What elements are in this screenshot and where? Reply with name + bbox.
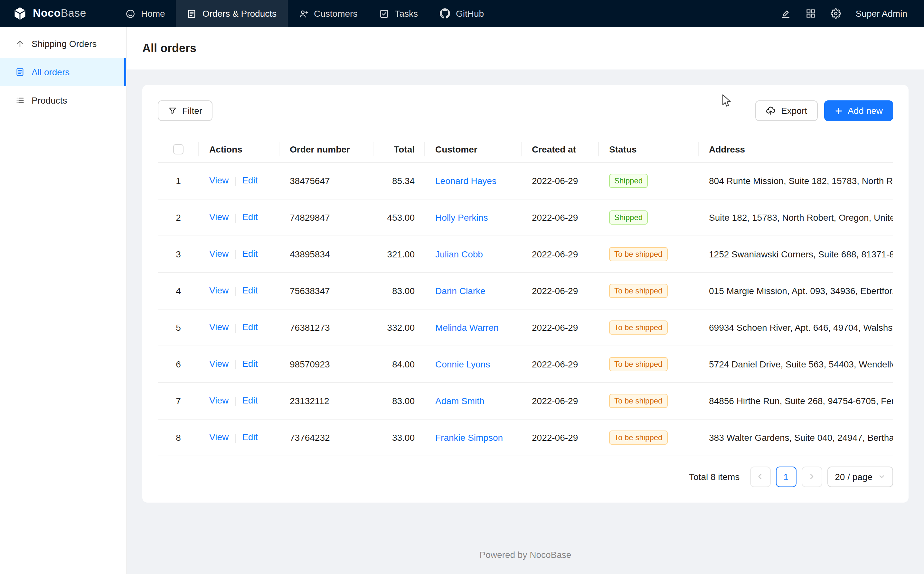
column-header-actions: Actions: [199, 136, 280, 162]
view-link[interactable]: View: [209, 175, 229, 186]
view-link[interactable]: View: [209, 396, 229, 406]
total-cell: 83.00: [373, 382, 425, 419]
total-cell: 83.00: [373, 272, 425, 309]
user-menu[interactable]: Super Admin: [856, 8, 907, 19]
nav-item-customers[interactable]: Customers: [287, 0, 368, 27]
logo[interactable]: NocoBase: [0, 0, 115, 27]
customer-cell: Holly Perkins: [425, 199, 521, 235]
chevron-left-icon: [757, 473, 764, 480]
total-cell: 453.00: [373, 199, 425, 235]
filter-icon: [168, 106, 177, 115]
page-size-value: 20 / page: [835, 472, 872, 482]
export-button[interactable]: Export: [755, 100, 817, 121]
customer-link[interactable]: Melinda Warren: [435, 322, 499, 333]
edit-link[interactable]: Edit: [242, 322, 257, 333]
total-cell: 84.00: [373, 345, 425, 382]
nav-item-label: Home: [141, 8, 165, 19]
nav-item-orders-products[interactable]: Orders & Products: [176, 0, 287, 27]
action-divider: [235, 434, 236, 442]
customer-link[interactable]: Holly Perkins: [435, 212, 488, 222]
nocobase-logo-icon: [13, 6, 27, 20]
nav-item-github[interactable]: GitHub: [429, 0, 495, 27]
column-header-created-at: Created at: [521, 136, 599, 162]
actions-cell: ViewEdit: [199, 419, 280, 456]
next-page-button[interactable]: [801, 466, 822, 487]
table-row: 3 ViewEdit 43895834 321.00 Julian Cobb 2…: [158, 235, 893, 272]
customer-link[interactable]: Julian Cobb: [435, 249, 483, 259]
total-cell: 85.34: [373, 162, 425, 199]
address-cell: 84856 Hirthe Run, Suite 268, 94754-6705,…: [699, 382, 893, 419]
table-row: 7 ViewEdit 23132112 83.00 Adam Smith 202…: [158, 382, 893, 419]
address-cell: 804 Runte Mission, Suite 182, 15783, Nor…: [699, 162, 893, 199]
action-divider: [235, 397, 236, 406]
created-at-cell: 2022-06-29: [521, 199, 599, 235]
column-header-address: Address: [699, 136, 893, 162]
view-link[interactable]: View: [209, 432, 229, 442]
nav-item-home[interactable]: Home: [115, 0, 176, 27]
orders-table-body: 1 ViewEdit 38475647 85.34 Leonard Hayes …: [158, 162, 893, 456]
settings-gear-icon[interactable]: [831, 8, 841, 19]
view-link[interactable]: View: [209, 285, 229, 296]
plus-icon: [834, 107, 843, 115]
action-divider: [235, 287, 236, 296]
customer-link[interactable]: Leonard Hayes: [435, 175, 496, 186]
row-index: 5: [176, 322, 181, 333]
actions-cell: ViewEdit: [199, 309, 280, 345]
nav-item-label: GitHub: [456, 8, 484, 19]
sidebar-item-label: Shipping Orders: [32, 39, 96, 49]
created-at-cell: 2022-06-29: [521, 235, 599, 272]
status-badge: Shipped: [609, 210, 648, 224]
order-number-cell: 43895834: [280, 235, 373, 272]
edit-link[interactable]: Edit: [242, 432, 257, 442]
view-link[interactable]: View: [209, 249, 229, 259]
status-badge: To be shipped: [609, 284, 667, 298]
filter-button[interactable]: Filter: [158, 100, 213, 121]
chevron-down-icon: [878, 473, 885, 480]
blocks-grid-icon[interactable]: [806, 8, 816, 19]
customer-link[interactable]: Adam Smith: [435, 396, 485, 406]
customer-link[interactable]: Connie Lyons: [435, 359, 490, 369]
nav-item-tasks[interactable]: Tasks: [368, 0, 429, 27]
edit-link[interactable]: Edit: [242, 249, 257, 259]
highlighter-icon[interactable]: [780, 8, 791, 19]
edit-link[interactable]: Edit: [242, 396, 257, 406]
edit-link[interactable]: Edit: [242, 285, 257, 296]
sidebar-item-shipping-orders[interactable]: Shipping Orders: [0, 30, 126, 58]
order-number-cell: 73764232: [280, 419, 373, 456]
page-1-button[interactable]: 1: [776, 466, 796, 487]
table-row: 5 ViewEdit 76381273 332.00 Melinda Warre…: [158, 309, 893, 345]
view-link[interactable]: View: [209, 359, 229, 369]
edit-link[interactable]: Edit: [242, 212, 257, 222]
page-title: All orders: [142, 41, 196, 55]
view-link[interactable]: View: [209, 212, 229, 222]
order-number-cell: 38475647: [280, 162, 373, 199]
address-cell: 383 Walter Gardens, Suite 040, 24947, Be…: [699, 419, 893, 456]
page-size-select[interactable]: 20 / page: [827, 466, 893, 487]
status-badge: To be shipped: [609, 357, 667, 371]
nav-item-label: Customers: [314, 8, 357, 19]
actions-cell: ViewEdit: [199, 382, 280, 419]
sidebar-item-all-orders[interactable]: All orders: [0, 58, 126, 86]
top-navbar: NocoBase Home: [0, 0, 924, 27]
status-badge: To be shipped: [609, 430, 667, 444]
layout: Shipping Orders All orders: [0, 27, 924, 574]
sidebar-item-products[interactable]: Products: [0, 86, 126, 115]
select-all-checkbox[interactable]: [173, 145, 183, 155]
customer-cell: Julian Cobb: [425, 235, 521, 272]
created-at-cell: 2022-06-29: [521, 382, 599, 419]
previous-page-button[interactable]: [750, 466, 771, 487]
customer-link[interactable]: Darin Clarke: [435, 285, 485, 296]
list-icon: [16, 96, 24, 105]
view-link[interactable]: View: [209, 322, 229, 333]
sidebar-item-label: All orders: [32, 67, 69, 77]
table-row: 8 ViewEdit 73764232 33.00 Frankie Simpso…: [158, 419, 893, 456]
created-at-cell: 2022-06-29: [521, 309, 599, 345]
edit-link[interactable]: Edit: [242, 175, 257, 186]
column-header-status: Status: [599, 136, 699, 162]
address-cell: 015 Margie Mission, Apt. 093, 34936, Ebe…: [699, 272, 893, 309]
customer-link[interactable]: Frankie Simpson: [435, 432, 503, 442]
edit-link[interactable]: Edit: [242, 359, 257, 369]
navbar-right: Super Admin: [780, 0, 924, 27]
add-new-button[interactable]: Add new: [824, 100, 893, 121]
table-header-row: Actions Order number Total Customer Crea…: [158, 136, 893, 162]
